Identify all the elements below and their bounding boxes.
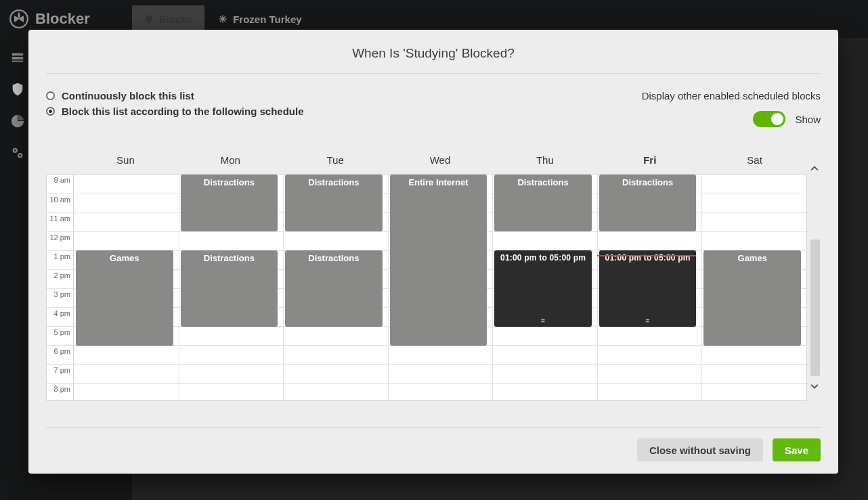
calendar-day-header: Sun Mon Tue Wed Thu Fri Sat xyxy=(46,154,821,174)
radio-schedule[interactable]: Block this list according to the followi… xyxy=(46,106,304,117)
event-block-studying[interactable]: 01:00 pm to 05:00 pm = xyxy=(494,250,592,327)
event-block[interactable]: Entire Internet xyxy=(390,175,487,346)
svg-point-7 xyxy=(19,154,21,156)
event-block[interactable]: Distractions xyxy=(494,175,592,231)
event-title: Distractions xyxy=(204,253,255,263)
event-block[interactable]: Distractions xyxy=(181,175,278,231)
event-block[interactable]: Games xyxy=(76,250,173,346)
svg-rect-2 xyxy=(12,57,24,60)
calendar-body[interactable]: 9 am 10 am 11 am 12 pm 1 pm 2 pm 3 pm 4 … xyxy=(46,174,807,401)
event-title: 01:00 pm to 05:00 pm xyxy=(500,253,586,263)
event-block[interactable]: Games xyxy=(703,250,801,346)
radio-continuous[interactable]: Continuously block this list xyxy=(46,90,304,101)
event-title: Distractions xyxy=(308,177,359,187)
shield-icon xyxy=(10,82,25,97)
day-header-mon: Mon xyxy=(178,154,283,174)
event-title: Distractions xyxy=(308,253,359,263)
radio-icon xyxy=(46,107,55,116)
radio-label: Block this list according to the followi… xyxy=(62,106,304,117)
block-mode-radio-group: Continuously block this list Block this … xyxy=(46,90,304,127)
day-header-thu: Thu xyxy=(492,154,597,174)
modal-options-row: Continuously block this list Block this … xyxy=(46,90,821,127)
hour-label: 1 pm xyxy=(47,251,74,269)
event-title: Distractions xyxy=(204,177,255,187)
display-other-label: Display other enabled scheduled blocks xyxy=(642,90,821,101)
pie-chart-icon xyxy=(10,114,25,129)
hour-label: 3 pm xyxy=(47,289,74,307)
toggle-label: Show xyxy=(795,114,821,125)
tab-frozen-turkey[interactable]: Frozen Turkey xyxy=(206,5,313,32)
event-block[interactable]: Distractions xyxy=(285,175,383,231)
sidebar-item-dashboard[interactable] xyxy=(10,50,25,67)
chevron-up-icon xyxy=(810,164,819,173)
hour-label: 11 am xyxy=(47,213,74,231)
event-block[interactable]: Distractions xyxy=(181,250,278,327)
hour-label: 2 pm xyxy=(47,270,74,288)
svg-rect-3 xyxy=(12,61,24,62)
save-button[interactable]: Save xyxy=(773,438,821,461)
event-title: Entire Internet xyxy=(408,177,468,187)
event-block-studying[interactable]: 01:00 pm to 05:00 pm = xyxy=(599,250,697,327)
day-header-wed: Wed xyxy=(388,154,493,174)
close-without-saving-button[interactable]: Close without saving xyxy=(637,438,763,461)
top-nav: Blocks Frozen Turkey xyxy=(132,5,314,32)
snowflake-icon xyxy=(218,14,227,24)
svg-point-6 xyxy=(14,150,16,152)
event-title: Distractions xyxy=(517,177,568,187)
radio-icon xyxy=(46,91,55,100)
display-other-blocks: Display other enabled scheduled blocks S… xyxy=(642,90,821,127)
modal-title: When Is 'Studying' Blocked? xyxy=(46,46,821,61)
svg-rect-1 xyxy=(12,53,24,56)
tab-label: Blocks xyxy=(159,14,192,25)
event-block[interactable]: Distractions xyxy=(599,175,697,231)
tab-label: Frozen Turkey xyxy=(233,14,301,25)
resize-handle-icon[interactable]: = xyxy=(541,318,545,325)
day-header-fri: Fri xyxy=(597,154,702,174)
gears-icon xyxy=(10,145,25,160)
scroll-up-button[interactable] xyxy=(808,162,821,175)
button-label: Close without saving xyxy=(649,445,751,456)
day-header-tue: Tue xyxy=(283,154,388,174)
hour-label: 8 pm xyxy=(47,384,74,401)
sidebar-item-settings[interactable] xyxy=(10,145,25,162)
brand: Blocker xyxy=(0,9,132,28)
brand-logo-icon xyxy=(9,9,28,28)
chevron-down-icon xyxy=(810,382,819,390)
event-title: Distractions xyxy=(622,177,673,187)
events-layer: Games Distractions Distractions Distract… xyxy=(74,175,806,400)
hour-label: 6 pm xyxy=(47,346,74,364)
divider xyxy=(46,73,821,74)
hour-label: 7 pm xyxy=(47,365,74,383)
show-other-toggle[interactable] xyxy=(753,111,785,127)
button-label: Save xyxy=(785,445,808,456)
calendar: Sun Mon Tue Wed Thu Fri Sat 9 am 10 am 1… xyxy=(46,154,821,401)
scroll-down-button[interactable] xyxy=(808,380,821,392)
modal-footer: Close without saving Save xyxy=(46,427,821,461)
shield-icon xyxy=(144,14,154,24)
layers-icon xyxy=(10,50,25,65)
hour-label: 5 pm xyxy=(47,327,74,345)
sidebar-item-stats[interactable] xyxy=(10,114,25,131)
brand-name: Blocker xyxy=(35,10,90,28)
event-title: Games xyxy=(110,253,139,263)
tab-blocks[interactable]: Blocks xyxy=(132,5,204,32)
radio-label: Continuously block this list xyxy=(62,90,194,101)
current-time-indicator xyxy=(597,255,697,256)
schedule-modal: When Is 'Studying' Blocked? Continuously… xyxy=(28,30,838,474)
resize-handle-icon[interactable]: = xyxy=(646,318,650,325)
hour-label: 10 am xyxy=(47,194,74,212)
day-header-sat: Sat xyxy=(702,154,807,174)
hour-label: 4 pm xyxy=(47,308,74,326)
hour-label: 9 am xyxy=(47,175,74,194)
sidebar-item-blocks[interactable] xyxy=(10,82,25,99)
event-title: Games xyxy=(738,253,767,263)
day-header-sun: Sun xyxy=(73,154,178,174)
scrollbar-track[interactable] xyxy=(810,240,820,376)
event-block[interactable]: Distractions xyxy=(285,250,383,327)
hour-label: 12 pm xyxy=(47,232,74,250)
